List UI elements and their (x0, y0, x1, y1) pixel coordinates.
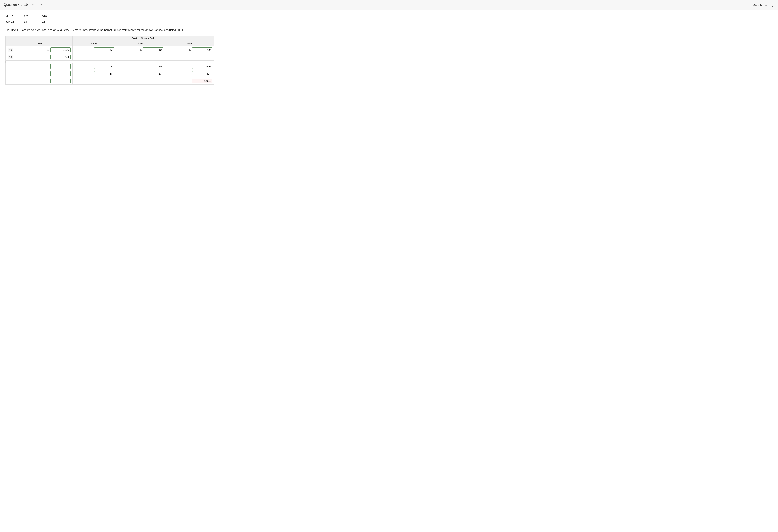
purchase-label-2: 13 (7, 55, 13, 59)
cogs-total-cell-5 (165, 77, 214, 85)
cogs-total-input-5[interactable] (192, 79, 212, 83)
cogs-cost-cell-2 (116, 54, 165, 61)
cogs-cost-input-2[interactable] (143, 55, 163, 59)
cogs-cost-cell-1: $ (116, 46, 165, 54)
dollar-sign-1: $ (48, 48, 49, 51)
cogs-cost-cell-5 (116, 77, 165, 85)
cogs-total-input-4[interactable] (192, 71, 212, 76)
question-title: Question 4 of 10 (4, 3, 28, 7)
cogs-total-wrapper-3 (167, 64, 212, 69)
cogs-cost-wrapper-4 (118, 71, 163, 76)
problem-text: On June 1, Blossom sold 72 units, and on… (5, 28, 214, 32)
cogs-cost-wrapper-5 (118, 79, 163, 83)
main-content: May 7 120 $10 July 28 58 13 On June 1, B… (0, 10, 220, 88)
cogs-cost-wrapper-3 (118, 64, 163, 69)
purchase-label-cell-5 (6, 77, 23, 85)
cogs-units-input-3[interactable] (94, 64, 114, 69)
cogs-cost-cell-4 (116, 70, 165, 77)
cogs-units-wrapper-4 (74, 71, 114, 76)
purchase-total-cell-2 (23, 54, 73, 61)
purchase-label-cell-3 (6, 63, 23, 70)
th-total: Total (6, 41, 73, 46)
cost-2: 13 (42, 20, 53, 23)
purchase-total-cell-1: $ (23, 46, 73, 54)
table-row (6, 70, 214, 77)
cogs-total-wrapper-1: $ (167, 48, 212, 52)
table-row-total (6, 77, 214, 85)
table-header-row: Cost of Goods Sold (6, 36, 214, 41)
purchase-total-input-wrapper-2 (25, 55, 71, 59)
inventory-table: Cost of Goods Sold Total Units Cost Tota… (5, 35, 214, 85)
th-cogs-section: Cost of Goods Sold (73, 36, 214, 41)
purchase-total-input-4[interactable] (50, 71, 71, 76)
th-cogs-total: Total (165, 41, 214, 46)
spacer-1 (6, 61, 214, 63)
next-button[interactable]: > (38, 2, 44, 7)
purchase-total-cell-5 (23, 77, 73, 85)
purchase-total-input-wrapper-1: $ (25, 48, 71, 52)
cogs-total-cell-1: $ (165, 46, 214, 54)
cogs-cost-input-1[interactable] (143, 48, 163, 52)
table-subheader-row: Total Units Cost Total (6, 41, 214, 46)
purchase-total-input-2[interactable] (50, 55, 71, 59)
purchase-total-input-1[interactable] (50, 48, 71, 52)
cogs-units-cell-5 (73, 77, 116, 85)
purchase-label-cell-4 (6, 70, 23, 77)
header-left: Question 4 of 10 < > (4, 2, 44, 7)
purchase-total-input-3[interactable] (50, 64, 71, 69)
cogs-cost-input-3[interactable] (143, 64, 163, 69)
page-header: Question 4 of 10 < > 4.69 / 5 ≡ ⋮ (0, 0, 778, 10)
cogs-units-cell-2 (73, 54, 116, 61)
date-1: May 7 (5, 15, 16, 18)
more-icon-button[interactable]: ⋮ (771, 3, 774, 7)
th-cost: Cost (116, 41, 165, 46)
date-2: July 28 (5, 20, 16, 23)
cogs-cost-cell-3 (116, 63, 165, 70)
score-display: 4.69 / 5 (752, 3, 762, 7)
purchase-row-1: May 7 120 $10 (5, 13, 214, 19)
cogs-total-input-2[interactable] (192, 55, 212, 59)
purchase-total-input-wrapper-5 (25, 79, 71, 83)
cogs-total-input-1[interactable] (192, 48, 212, 52)
purchase-total-input-wrapper-3 (25, 64, 71, 69)
purchase-row-2: July 28 58 13 (5, 19, 214, 24)
table-row: 13 (6, 54, 214, 61)
prev-button[interactable]: < (31, 2, 36, 7)
cogs-total-cell-4 (165, 70, 214, 77)
cogs-units-input-1[interactable] (94, 48, 114, 52)
th-units: Units (73, 41, 116, 46)
cost-1: $10 (42, 15, 53, 18)
cogs-cost-wrapper-1: $ (118, 48, 163, 52)
purchase-total-input-wrapper-4 (25, 71, 71, 76)
cogs-units-input-5[interactable] (94, 79, 114, 83)
cogs-units-wrapper-3 (74, 64, 114, 69)
cogs-units-cell-3 (73, 63, 116, 70)
purchase-total-cell-4 (23, 70, 73, 77)
cogs-total-wrapper-2 (167, 55, 212, 59)
purchase-table: May 7 120 $10 July 28 58 13 (5, 13, 214, 24)
th-purchase-section (6, 36, 73, 41)
cogs-units-input-2[interactable] (94, 55, 114, 59)
dollar-sign-cogs-1: $ (140, 48, 142, 51)
cogs-units-wrapper-1 (74, 48, 114, 52)
cogs-total-cell-2 (165, 54, 214, 61)
cogs-total-wrapper-4 (167, 71, 212, 76)
cogs-units-input-4[interactable] (94, 71, 114, 76)
cogs-total-input-3[interactable] (192, 64, 212, 69)
cogs-units-wrapper-2 (74, 55, 114, 59)
cogs-cost-input-4[interactable] (143, 71, 163, 76)
cogs-units-cell-4 (73, 70, 116, 77)
purchase-label-cell-1: 10 (6, 46, 23, 54)
list-icon-button[interactable]: ≡ (765, 3, 767, 7)
cogs-cost-input-5[interactable] (143, 79, 163, 83)
cogs-units-wrapper-5 (74, 79, 114, 83)
cogs-units-cell-1 (73, 46, 116, 54)
spacer-row-1 (6, 61, 214, 63)
purchase-label-cell-2: 13 (6, 54, 23, 61)
purchase-total-input-5[interactable] (50, 79, 71, 83)
units-2: 58 (24, 20, 35, 23)
cogs-total-cell-3 (165, 63, 214, 70)
header-right: 4.69 / 5 ≡ ⋮ (752, 3, 774, 7)
table-row (6, 63, 214, 70)
table-row: 10 $ $ (6, 46, 214, 54)
